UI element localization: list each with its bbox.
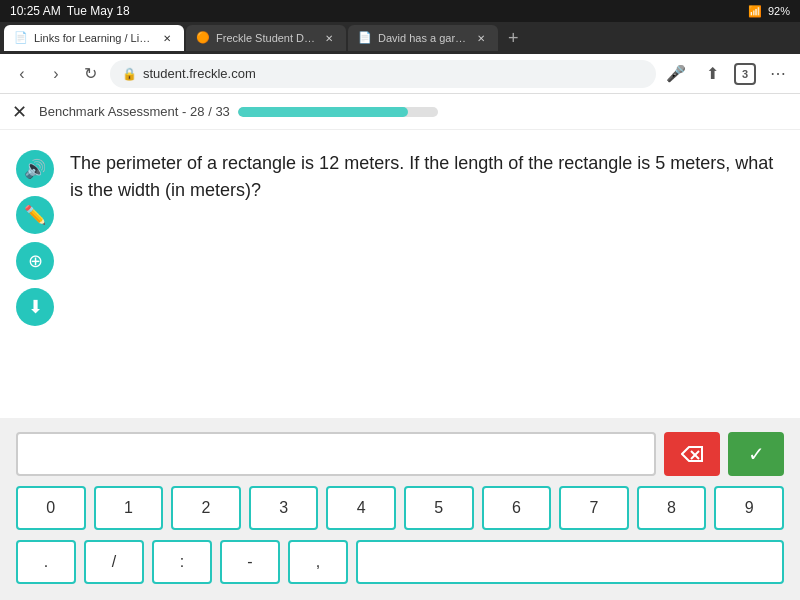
close-assessment-button[interactable]: ✕	[12, 101, 27, 123]
share-button[interactable]: ⬆	[698, 60, 726, 88]
key-0[interactable]: 0	[16, 486, 86, 530]
address-bar: ‹ › ↻ 🔒 student.freckle.com 🎤 ⬆ 3 ⋯	[0, 54, 800, 94]
microphone-button[interactable]: 🎤	[662, 60, 690, 88]
backspace-button[interactable]	[664, 432, 720, 476]
key-1[interactable]: 1	[94, 486, 164, 530]
tab2-favicon: 🟠	[196, 31, 210, 45]
zoom-button[interactable]: ⊕	[16, 242, 54, 280]
key-7[interactable]: 7	[559, 486, 629, 530]
lock-icon: 🔒	[122, 67, 137, 81]
keyboard-area: ✓ 0 1 2 3 4 5 6 7 8 9 . / : - ,	[0, 418, 800, 600]
tab1-label: Links for Learning / Links	[34, 32, 154, 44]
tab2-label: Freckle Student Dashbo...	[216, 32, 316, 44]
confirm-button[interactable]: ✓	[728, 432, 784, 476]
forward-button[interactable]: ›	[42, 60, 70, 88]
question-area: 🔊 ✏️ ⊕ ⬇ The perimeter of a rectangle is…	[0, 130, 800, 418]
tab1-close-button[interactable]: ✕	[160, 31, 174, 45]
tab-david-garden[interactable]: 📄 David has a garden with... ✕	[348, 25, 498, 51]
answer-input[interactable]	[16, 432, 656, 476]
address-right-icons: 🎤 ⬆ 3 ⋯	[662, 60, 792, 88]
key-dot[interactable]: .	[16, 540, 76, 584]
tab-count-badge[interactable]: 3	[734, 63, 756, 85]
tab3-favicon: 📄	[358, 31, 372, 45]
key-2[interactable]: 2	[171, 486, 241, 530]
symbol-row: . / : - ,	[16, 540, 784, 584]
backspace-icon	[681, 446, 703, 462]
key-9[interactable]: 9	[714, 486, 784, 530]
input-row: ✓	[16, 432, 784, 476]
key-8[interactable]: 8	[637, 486, 707, 530]
download-button[interactable]: ⬇	[16, 288, 54, 326]
status-day: Tue May 18	[67, 4, 130, 18]
status-bar: 10:25 AM Tue May 18 📶 92%	[0, 0, 800, 22]
key-4[interactable]: 4	[326, 486, 396, 530]
number-row: 0 1 2 3 4 5 6 7 8 9	[16, 486, 784, 530]
key-5[interactable]: 5	[404, 486, 474, 530]
tab3-close-button[interactable]: ✕	[474, 31, 488, 45]
tab2-close-button[interactable]: ✕	[322, 31, 336, 45]
page-content: ✕ Benchmark Assessment - 28 / 33 🔊 ✏️ ⊕ …	[0, 94, 800, 600]
address-input-wrap[interactable]: 🔒 student.freckle.com	[110, 60, 656, 88]
action-icons: 🔊 ✏️ ⊕ ⬇	[16, 150, 54, 398]
spacer-key	[356, 540, 784, 584]
question-text: The perimeter of a rectangle is 12 meter…	[70, 150, 784, 398]
reload-button[interactable]: ↻	[76, 60, 104, 88]
browser-chrome: 📄 Links for Learning / Links ✕ 🟠 Freckle…	[0, 22, 800, 94]
tab-freckle[interactable]: 🟠 Freckle Student Dashbo... ✕	[186, 25, 346, 51]
assessment-label: Benchmark Assessment - 28 / 33	[39, 104, 230, 119]
progress-bar-fill	[238, 107, 408, 117]
more-options-button[interactable]: ⋯	[764, 60, 792, 88]
key-minus[interactable]: -	[220, 540, 280, 584]
tab-bar: 📄 Links for Learning / Links ✕ 🟠 Freckle…	[0, 22, 800, 54]
progress-wrap: Benchmark Assessment - 28 / 33	[39, 104, 438, 119]
status-time: 10:25 AM	[10, 4, 61, 18]
tab1-favicon: 📄	[14, 31, 28, 45]
tab-links-for-learning[interactable]: 📄 Links for Learning / Links ✕	[4, 25, 184, 51]
key-3[interactable]: 3	[249, 486, 319, 530]
key-slash[interactable]: /	[84, 540, 144, 584]
progress-bar-background	[238, 107, 438, 117]
pencil-button[interactable]: ✏️	[16, 196, 54, 234]
tab-count: 3	[742, 68, 748, 80]
key-comma[interactable]: ,	[288, 540, 348, 584]
assessment-bar: ✕ Benchmark Assessment - 28 / 33	[0, 94, 800, 130]
status-bar-right: 📶 92%	[748, 5, 790, 18]
wifi-icon: 📶	[748, 5, 762, 18]
address-url: student.freckle.com	[143, 66, 644, 81]
battery-level: 92%	[768, 5, 790, 17]
tab3-label: David has a garden with...	[378, 32, 468, 44]
key-colon[interactable]: :	[152, 540, 212, 584]
status-bar-left: 10:25 AM Tue May 18	[10, 4, 130, 18]
new-tab-button[interactable]: +	[500, 28, 527, 49]
key-6[interactable]: 6	[482, 486, 552, 530]
back-button[interactable]: ‹	[8, 60, 36, 88]
sound-button[interactable]: 🔊	[16, 150, 54, 188]
